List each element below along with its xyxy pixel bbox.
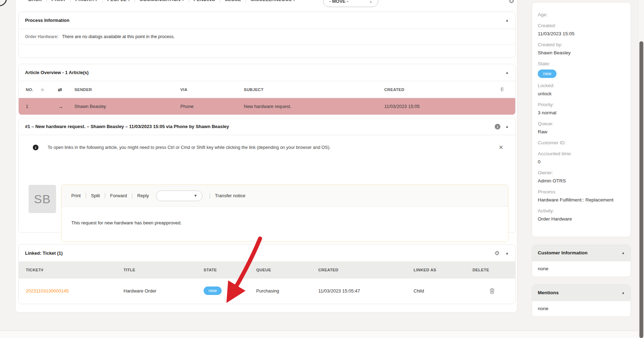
- mentions-body: none: [532, 301, 631, 316]
- article-subject: New hardware request.: [244, 104, 384, 109]
- reply-template-select[interactable]: ▼: [156, 191, 203, 201]
- toolbar-item-priority[interactable]: PRIORITY: [75, 0, 98, 3]
- article-created: 11/03/2023 15:05: [384, 104, 500, 109]
- toolbar-item-print[interactable]: PRINT: [52, 0, 66, 3]
- caret-down-icon: ▾: [182, 0, 184, 2]
- process-dialog-message: There are no dialogs available at this p…: [62, 34, 175, 39]
- toolbar-settings-gear-icon[interactable]: [508, 0, 514, 4]
- reply-article-link[interactable]: Reply: [137, 193, 149, 198]
- col-no: NO.: [26, 87, 40, 92]
- process-dialog-row: Order Hardware: There are no dialogs ava…: [19, 29, 515, 44]
- caret-down-icon: ▾: [293, 0, 295, 2]
- swap-arrows-icon: ⇄: [58, 87, 74, 92]
- sidebar-field-owner: Owner: Admin OTRS: [538, 170, 625, 184]
- toolbar-divider: [189, 0, 189, 2]
- collapse-arrow-icon[interactable]: ▲: [621, 291, 625, 295]
- sidebar-field-queue: Queue: Raw: [538, 121, 625, 135]
- widget-title: Article Overview - 1 Article(s): [25, 70, 89, 75]
- article-detail-title: #1 – New hardware request. – Shawn Beasl…: [25, 124, 229, 129]
- collapse-arrow-icon[interactable]: ▲: [505, 251, 509, 255]
- toolbar-divider: [70, 0, 71, 2]
- linked-tickets-header: Linked: Ticket (1) ▲: [19, 245, 515, 261]
- print-article-link[interactable]: Print: [71, 193, 81, 198]
- article-content-box: Print Split Forward Reply ▼ Transfer not…: [61, 185, 508, 242]
- article-row-selected[interactable]: 1 → Shawn Beasley Phone New hardware req…: [19, 98, 515, 115]
- move-queue-select[interactable]: - MOVE - ⌄: [323, 0, 378, 7]
- caret-down-icon: ▾: [128, 0, 130, 2]
- transfer-notice-link[interactable]: Transfer notice: [215, 193, 245, 198]
- collapse-arrow-icon[interactable]: ▲: [505, 125, 509, 128]
- toolbar-divider: [102, 0, 103, 2]
- article-overview-header: Article Overview - 1 Article(s) ▲: [19, 64, 515, 81]
- article-no: 1: [26, 104, 40, 109]
- split-article-link[interactable]: Split: [91, 193, 100, 198]
- toolbar-item-back[interactable]: BACK: [28, 0, 42, 3]
- delete-link-trash-icon[interactable]: [473, 288, 515, 294]
- customer-information-header: Customer Information ▲: [532, 245, 631, 261]
- col-queue: QUEUE: [256, 268, 318, 272]
- col-via: VIA: [180, 87, 244, 92]
- linked-settings-gear-icon[interactable]: [494, 251, 500, 256]
- action-divider: [105, 193, 105, 199]
- article-body-text: This request for new hardware has been p…: [61, 207, 508, 225]
- info-icon: i: [33, 145, 38, 150]
- cut-off-avatar-arc: [0, 0, 7, 6]
- sidebar-field-process: Process: Hardware Fulfillment:: Replacem…: [538, 189, 625, 203]
- collapse-arrow-icon[interactable]: ▲: [621, 251, 625, 255]
- browser-scrollbar-thumb[interactable]: [639, 41, 643, 338]
- widget-title: Process Information: [25, 18, 70, 23]
- col-linked-as: LINKED AS: [414, 268, 473, 272]
- col-subject: SUBJECT: [244, 87, 384, 92]
- sidebar-field-created-by: Created by: Shawn Beasley: [538, 42, 625, 56]
- action-divider: [86, 193, 86, 199]
- close-icon[interactable]: ✕: [499, 144, 503, 151]
- forward-article-link[interactable]: Forward: [110, 193, 127, 198]
- customer-information-widget: Customer Information ▲ none: [532, 245, 631, 277]
- toolbar-divider: [246, 0, 246, 2]
- collapse-arrow-icon[interactable]: ▲: [505, 71, 509, 74]
- linked-ticket-number-link[interactable]: 20231103130000145: [26, 288, 124, 294]
- action-divider: [132, 193, 132, 199]
- linked-table-header: TICKET# TITLE STATE QUEUE CREATED LINKED…: [19, 261, 515, 278]
- toolbar-item-miscellaneous[interactable]: MISCELLANEOUS▾: [251, 0, 295, 3]
- action-divider: [210, 193, 210, 199]
- mentions-widget: Mentions ▲ none: [532, 284, 631, 317]
- toolbar-item-people[interactable]: PEOPLE▾: [107, 0, 130, 3]
- star-icon: ★: [40, 87, 58, 92]
- sender-avatar: SB: [29, 185, 56, 213]
- process-information-header: Process Information ▲: [19, 12, 515, 29]
- col-ticket-number: TICKET#: [26, 268, 124, 272]
- incoming-arrow-icon: →: [58, 103, 74, 109]
- sidebar-field-state: State: new: [538, 61, 625, 78]
- linked-ticket-row: 20231103130000145 Hardware Order new Pur…: [19, 278, 515, 303]
- article-overview-widget: Article Overview - 1 Article(s) ▲ NO. ★ …: [18, 64, 516, 115]
- article-detail-widget: #1 – New hardware request. – Shawn Beasl…: [18, 118, 516, 233]
- article-info-icon[interactable]: i: [495, 124, 500, 129]
- sidebar-field-age: Age:: [538, 12, 625, 18]
- paperclip-icon: [500, 86, 515, 92]
- browser-scrollbar-track[interactable]: [638, 0, 644, 338]
- toolbar-divider: [134, 0, 135, 2]
- sidebar-field-created: Created: 11/03/2023 15:05: [538, 23, 625, 37]
- toolbar-divider: [220, 0, 220, 2]
- linked-state-badge: new: [204, 286, 222, 295]
- select-arrow-icon: ▼: [194, 194, 197, 198]
- toolbar-item-close[interactable]: CLOSE: [225, 0, 241, 3]
- collapse-arrow-icon[interactable]: ▲: [505, 18, 509, 22]
- toolbar-item-pending[interactable]: PENDING: [194, 0, 215, 3]
- ticket-action-toolbar: BACK PRINT PRIORITY PEOPLE▾ COMMUNICATIO…: [28, 0, 295, 3]
- page-footer-strip: [0, 331, 644, 338]
- linked-tickets-widget: Linked: Ticket (1) ▲ TICKET# TITLE STATE…: [18, 244, 516, 304]
- sidebar-field-customer-id: Customer ID:: [538, 140, 625, 146]
- notice-text: To open links in the following article, …: [48, 145, 499, 150]
- state-badge: new: [538, 70, 556, 78]
- col-title: TITLE: [124, 268, 204, 272]
- col-sender: SENDER: [74, 87, 180, 92]
- sidebar-field-locked: Locked: unlock: [538, 83, 625, 97]
- move-select-label: - MOVE -: [329, 0, 348, 4]
- col-created: CREATED: [318, 268, 414, 272]
- col-state: STATE: [204, 268, 256, 272]
- linked-ticket-title: Hardware Order: [124, 288, 204, 294]
- toolbar-item-communication[interactable]: COMMUNICATION▾: [139, 0, 184, 3]
- link-hint-notice: i To open links in the following article…: [19, 135, 515, 151]
